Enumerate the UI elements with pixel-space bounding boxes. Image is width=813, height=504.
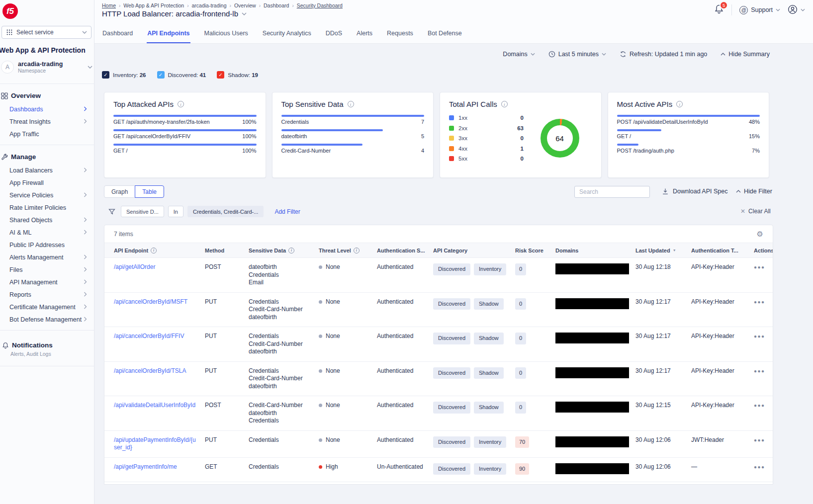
- search-input[interactable]: [574, 186, 650, 198]
- hide-summary-button[interactable]: Hide Summary: [721, 51, 770, 58]
- sidebar-item-load-balancers[interactable]: Load Balancers: [0, 165, 94, 177]
- row-actions-button[interactable]: ●●●: [754, 298, 765, 322]
- clear-all-button[interactable]: ✕ Clear All: [740, 208, 771, 215]
- namespace-selector[interactable]: A arcadia-trading Namespace: [1, 61, 92, 74]
- risk-score-badge: 90: [515, 463, 529, 475]
- filter-field-chip[interactable]: Sensitive D...: [121, 206, 164, 217]
- endpoint-link[interactable]: /api/getPaymentInfo/me: [114, 463, 177, 470]
- tab-bot-defense[interactable]: Bot Defense: [427, 25, 462, 43]
- sidebar-notifications[interactable]: Notifications Alerts, Audit Logs: [0, 335, 94, 362]
- domains-dropdown[interactable]: Domains: [503, 51, 535, 58]
- redacted-domain: [555, 402, 629, 413]
- threat-level-dot: [319, 438, 322, 442]
- sidebar-item-reports[interactable]: Reports: [0, 289, 94, 301]
- sidebar-item-files[interactable]: Files: [0, 264, 94, 276]
- add-filter-button[interactable]: Add Filter: [274, 208, 300, 215]
- column-header-api-endpoint[interactable]: API Endpointi: [114, 248, 205, 253]
- tab-ddos[interactable]: DDoS: [325, 25, 343, 43]
- info-icon: i: [354, 248, 360, 253]
- row-actions-button[interactable]: ●●●: [754, 402, 765, 425]
- column-header-risk-score[interactable]: Risk Score: [515, 248, 555, 253]
- tab-security-analytics[interactable]: Security Analytics: [262, 25, 312, 43]
- legend-checkbox-discovered[interactable]: ✓ Discovered: 41: [157, 71, 206, 79]
- select-service-dropdown[interactable]: Select service: [1, 26, 91, 39]
- column-header-sensitive-data[interactable]: Sensitive Datai: [249, 248, 319, 253]
- column-header-authentication-s[interactable]: Authentication S...: [377, 248, 433, 253]
- row-actions-button[interactable]: ●●●: [754, 436, 765, 452]
- sensitive-data-cell: Credit-Card-NumberdateofbirthCredentials: [249, 402, 319, 425]
- filter-operator-chip[interactable]: In: [168, 206, 183, 217]
- account-menu[interactable]: [788, 4, 805, 16]
- filter-value-chip[interactable]: Credentials, Credit-Card-...: [187, 206, 264, 217]
- chevron-down-icon: [801, 8, 805, 11]
- endpoint-link[interactable]: /api/validateDetailUserInfoById: [114, 402, 195, 409]
- column-header-authentication-t[interactable]: Authentication T...: [691, 248, 754, 253]
- product-title: Web App & API Protection: [0, 46, 86, 54]
- table-view-button[interactable]: Table: [135, 185, 164, 198]
- time-range-dropdown[interactable]: Last 5 minutes: [548, 51, 606, 58]
- actions-cell: ●●●: [754, 436, 770, 452]
- card-title: Most Active APIs: [617, 100, 673, 108]
- sidebar-item-api-management[interactable]: API Management: [0, 276, 94, 289]
- row-actions-button[interactable]: ●●●: [754, 463, 765, 477]
- download-api-spec-button[interactable]: Download API Spec: [662, 188, 728, 195]
- sensitive-data-cell: dateofbirthCredentialsEmail: [249, 263, 319, 287]
- breadcrumb-separator: ›: [292, 3, 293, 8]
- sidebar-item-shared-objects[interactable]: Shared Objects: [0, 214, 94, 227]
- chevron-down-icon[interactable]: [242, 12, 247, 15]
- endpoint-link[interactable]: /api/cancelOrderById/MSFT: [114, 298, 187, 305]
- sensitive-data-item: Credit-Card-Number: [249, 340, 314, 348]
- sidebar-item-bot-defense-management[interactable]: Bot Defense Management: [0, 314, 94, 326]
- chevron-right-icon: [84, 167, 87, 174]
- column-header-actions[interactable]: Actions: [754, 248, 773, 253]
- app-root: f5 Select service Web App & API Protecti…: [0, 0, 813, 504]
- column-header-api-category[interactable]: API Category: [433, 248, 515, 253]
- endpoint-link[interactable]: /api/getAllOrder: [114, 263, 155, 270]
- sidebar-item-certificate-management[interactable]: Certificate Management: [0, 301, 94, 314]
- tab-dashboard[interactable]: Dashboard: [102, 25, 133, 43]
- notifications-bell-button[interactable]: 5: [714, 4, 724, 16]
- sidebar-item-public-ip-addresses[interactable]: Public IP Addresses: [0, 239, 94, 252]
- breadcrumb-item-overview[interactable]: Overview: [234, 2, 256, 8]
- tab-requests[interactable]: Requests: [386, 25, 414, 43]
- breadcrumb-item-arcadia-trading[interactable]: arcadia-trading: [192, 2, 227, 8]
- column-header-method[interactable]: Method: [205, 248, 249, 253]
- tab-malicious-users[interactable]: Malicious Users: [204, 25, 249, 43]
- notification-count-badge: 5: [720, 1, 728, 9]
- graph-view-button[interactable]: Graph: [104, 185, 135, 198]
- hide-filter-button[interactable]: Hide Filter: [736, 188, 772, 195]
- legend-swatch: [449, 136, 454, 141]
- sidebar-item-dashboards[interactable]: Dashboards: [0, 103, 94, 116]
- refresh-button[interactable]: Refresh: Updated 1 min ago: [620, 51, 707, 58]
- row-actions-button[interactable]: ●●●: [754, 263, 765, 287]
- sidebar-item-app-traffic[interactable]: App Traffic: [0, 128, 94, 141]
- row-actions-button[interactable]: ●●●: [754, 333, 765, 356]
- sidebar-item-rate-limiter-policies[interactable]: Rate Limiter Policies: [0, 202, 94, 214]
- gear-icon[interactable]: ⚙: [757, 230, 763, 239]
- table-row: /api/validateDetailUserInfoById POST Cre…: [104, 396, 773, 431]
- sidebar-item-service-policies[interactable]: Service Policies: [0, 189, 94, 202]
- column-header-domains[interactable]: Domains: [555, 248, 635, 253]
- column-header-last-updated[interactable]: Last Updated▼: [635, 248, 691, 253]
- row-actions-button[interactable]: ●●●: [754, 367, 765, 391]
- sidebar-item-threat-insights[interactable]: Threat Insights: [0, 116, 94, 128]
- endpoint-link[interactable]: /api/cancelOrderById/FFIV: [114, 333, 184, 339]
- breadcrumb-separator: ›: [230, 3, 231, 8]
- column-header-threat-level[interactable]: Threat Leveli: [319, 248, 377, 253]
- breadcrumb-item-dashboard[interactable]: Dashboard: [264, 2, 289, 8]
- breadcrumb-item-home[interactable]: Home: [102, 2, 116, 8]
- sidebar-item-ai-ml[interactable]: AI & ML: [0, 227, 94, 239]
- bar: [281, 144, 363, 146]
- endpoint-link[interactable]: /api/cancelOrderById/TSLA: [114, 367, 186, 374]
- sidebar-item-alerts-management[interactable]: Alerts Management: [0, 252, 94, 264]
- legend-checkbox-inventory[interactable]: ✓ Inventory: 26: [102, 71, 146, 79]
- breadcrumb-item-web-app-api-protection[interactable]: Web App & API Protection: [123, 2, 184, 8]
- support-menu[interactable]: @ Support: [739, 6, 780, 14]
- sidebar-item-app-firewall[interactable]: App Firewall: [0, 177, 94, 189]
- chevron-up-icon: [721, 53, 725, 56]
- tab-alerts[interactable]: Alerts: [356, 25, 373, 43]
- legend-checkbox-shadow[interactable]: ✓ Shadow: 19: [217, 71, 258, 79]
- breadcrumb-item-security-dashboard[interactable]: Security Dashboard: [297, 2, 343, 8]
- endpoint-link[interactable]: /api/updatePaymentInfoById/{user_id}: [114, 436, 196, 451]
- tab-api-endpoints[interactable]: API Endpoints: [147, 25, 190, 43]
